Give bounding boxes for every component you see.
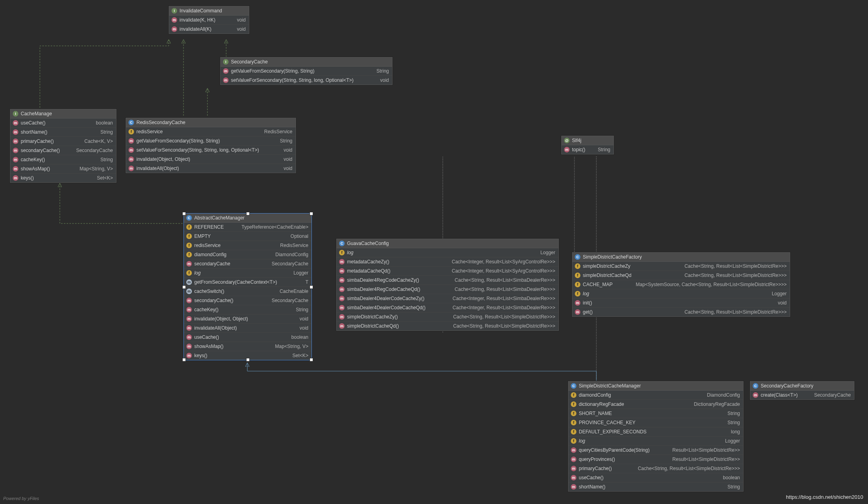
- uml-simple-district-cache-factory[interactable]: C SimpleDistrictCacheFactory fsimpleDist…: [572, 252, 790, 317]
- member-row[interactable]: flogLogger: [184, 268, 312, 277]
- uml-abstract-cache-manager[interactable]: C AbstractCacheManager fREFERENCETypeRef…: [183, 213, 312, 360]
- interface-icon: I: [172, 8, 177, 14]
- member-row[interactable]: msetValueForSencondary(String, String, l…: [126, 145, 296, 154]
- member-row[interactable]: fCACHE_MAPMap<SystemSource, Cache<String…: [572, 280, 790, 289]
- member-row[interactable]: fdiamondConfigDiamondConfig: [568, 391, 743, 399]
- member-row[interactable]: mget()Cache<String, Result<List<SimpleDi…: [572, 307, 790, 316]
- member-type: void: [284, 147, 292, 153]
- method-icon: m: [13, 157, 18, 162]
- member-row[interactable]: minvalidateAll(Object)void: [126, 164, 296, 173]
- member-name: redisService: [194, 243, 278, 248]
- member-row[interactable]: msecondaryCacheSecondaryCache: [184, 259, 312, 268]
- uml-secondary-cache-factory[interactable]: C SecondaryCacheFactory mcreate(Class<T>…: [750, 381, 854, 400]
- member-row[interactable]: fEMPTYOptional: [184, 231, 312, 241]
- member-row[interactable]: mshortName()String: [10, 127, 116, 136]
- member-row[interactable]: mshowAsMap()Map<String, V>: [10, 164, 116, 173]
- member-row[interactable]: mtopic()String: [562, 145, 614, 154]
- method-icon: m: [339, 314, 345, 320]
- member-row[interactable]: mkeys()Set<K>: [10, 173, 116, 182]
- member-row[interactable]: fsimpleDistrictCacheZyCache<String, Resu…: [572, 262, 790, 271]
- member-row[interactable]: minvalidate(K, HK)void: [169, 16, 249, 24]
- member-row[interactable]: fredisServiceRedisService: [126, 127, 296, 136]
- member-row[interactable]: mqueryProvinces()Result<List<SimpleDistr…: [568, 455, 743, 464]
- member-row[interactable]: mcacheSwitch()CacheEnable: [184, 287, 312, 296]
- member-row[interactable]: mmetadataCacheZy()Cache<Integer, Result<…: [337, 257, 558, 266]
- selection-handle[interactable]: [310, 285, 313, 289]
- member-name: simpleDistrictCacheZy(): [347, 314, 451, 320]
- member-row[interactable]: mprimaryCache()Cache<String, Result<List…: [568, 464, 743, 473]
- member-row[interactable]: minvalidateAll(K)void: [169, 24, 249, 34]
- member-name: simbaDealer4DealerCodeCacheQd(): [347, 305, 450, 310]
- member-row[interactable]: minvalidateAll(Object)void: [184, 323, 312, 332]
- member-row[interactable]: mcreate(Class<T>)SecondaryCache: [750, 391, 854, 399]
- member-row[interactable]: msetValueForSencondary(String, String, l…: [221, 75, 392, 85]
- method-icon: m: [13, 138, 18, 144]
- member-row[interactable]: museCache()boolean: [568, 473, 743, 482]
- member-row[interactable]: flogLogger: [337, 248, 558, 257]
- member-type: void: [284, 166, 292, 171]
- member-row[interactable]: msecondaryCache()SecondaryCache: [184, 296, 312, 305]
- method-icon: m: [339, 296, 345, 301]
- uml-cache-manage[interactable]: I CacheManage museCache()booleanmshortNa…: [10, 109, 116, 183]
- member-row[interactable]: fSHORT_NAMEString: [568, 409, 743, 418]
- member-row[interactable]: fREFERENCETypeReference<CacheEnable>: [184, 223, 312, 231]
- member-row[interactable]: msimpleDistrictCacheQd()Cache<String, Re…: [337, 321, 558, 330]
- selection-handle[interactable]: [310, 212, 313, 215]
- member-row[interactable]: msimbaDealer4DealerCodeCacheQd()Cache<In…: [337, 303, 558, 312]
- member-row[interactable]: fdiamondConfigDiamondConfig: [184, 250, 312, 259]
- member-row[interactable]: flogLogger: [568, 436, 743, 445]
- member-row[interactable]: fsimpleDistrictCacheQdCache<String, Resu…: [572, 271, 790, 280]
- member-row[interactable]: museCache()boolean: [184, 332, 312, 342]
- member-name: simbaDealer4RegCodeCacheZy(): [347, 277, 452, 283]
- member-name: getValueFromSecondary(String, String): [136, 138, 278, 144]
- member-row[interactable]: minvalidate(Object, Object)void: [126, 154, 296, 164]
- class-icon: C: [186, 215, 192, 221]
- member-row[interactable]: mcacheKey()String: [10, 155, 116, 164]
- member-row[interactable]: msimpleDistrictCacheZy()Cache<String, Re…: [337, 312, 558, 321]
- member-row[interactable]: museCache()boolean: [10, 119, 116, 127]
- member-type: Optional: [290, 233, 308, 239]
- member-row[interactable]: minit()void: [572, 298, 790, 307]
- selection-handle[interactable]: [246, 358, 250, 362]
- member-row[interactable]: mqueryCitiesByParentCode(String)Result<L…: [568, 445, 743, 455]
- class-title: C GuavaCacheConfig: [337, 239, 558, 248]
- uml-slf4j[interactable]: @ Slf4j mtopic()String: [561, 136, 614, 154]
- member-row[interactable]: minvalidate(Object, Object)void: [184, 314, 312, 323]
- selection-handle[interactable]: [246, 212, 250, 215]
- member-row[interactable]: fdictionaryRegFacadeDictionaryRegFacade: [568, 399, 743, 409]
- member-row[interactable]: mgetFromSecondary(CacheContext<T>)T: [184, 277, 312, 287]
- selection-handle[interactable]: [182, 358, 186, 362]
- member-row[interactable]: msimbaDealer4RegCodeCacheQd()Cache<Strin…: [337, 285, 558, 294]
- member-row[interactable]: msimbaDealer4DealerCodeCacheZy()Cache<In…: [337, 294, 558, 303]
- member-row[interactable]: mcacheKey()String: [184, 305, 312, 314]
- selection-handle[interactable]: [182, 212, 186, 215]
- member-row[interactable]: msimbaDealer4RegCodeCacheZy()Cache<Strin…: [337, 275, 558, 285]
- member-row[interactable]: mshowAsMap()Map<String, V>: [184, 342, 312, 351]
- member-type: Logger: [725, 438, 740, 444]
- selection-handle[interactable]: [182, 285, 186, 289]
- uml-redis-secondary-cache[interactable]: C RedisSecondaryCache fredisServiceRedis…: [126, 118, 296, 173]
- uml-guava-cache-config[interactable]: C GuavaCacheConfig flogLoggermmetadataCa…: [336, 239, 559, 331]
- member-row[interactable]: fPROVINCE_CACHE_KEYString: [568, 418, 743, 427]
- member-row[interactable]: fredisServiceRedisService: [184, 241, 312, 250]
- member-name: invalidate(Object, Object): [136, 156, 281, 162]
- uml-secondary-cache[interactable]: I SecondaryCache mgetValueFromSecondary(…: [220, 57, 393, 85]
- member-name: secondaryCache(): [194, 298, 269, 303]
- uml-invalidate-command[interactable]: I InvalidateCommand minvalidate(K, HK)vo…: [169, 6, 249, 34]
- member-type: Result<List<SimpleDistrictRe>>: [673, 447, 740, 453]
- member-row[interactable]: mgetValueFromSecondary(String, String)St…: [221, 67, 392, 75]
- member-row[interactable]: flogLogger: [572, 289, 790, 298]
- interface-icon: I: [223, 59, 229, 65]
- member-row[interactable]: mprimaryCache()Cache<K, V>: [10, 136, 116, 146]
- title-text: AbstractCacheManager: [194, 215, 245, 221]
- member-row[interactable]: fDEFAULT_EXPIRE_SECONDSlong: [568, 427, 743, 436]
- member-row[interactable]: mshortName()String: [568, 482, 743, 491]
- selection-handle[interactable]: [310, 358, 313, 362]
- lock-icon: f: [186, 270, 192, 276]
- member-name: EMPTY: [194, 233, 288, 239]
- member-row[interactable]: mgetValueFromSecondary(String, String)St…: [126, 136, 296, 145]
- member-row[interactable]: mmetadataCacheQd()Cache<Integer, Result<…: [337, 266, 558, 275]
- interface-icon: I: [13, 111, 18, 117]
- uml-simple-district-cache-manager[interactable]: C SimpleDistrictCacheManager fdiamondCon…: [568, 381, 744, 492]
- member-row[interactable]: msecondaryCache()SecondaryCache: [10, 146, 116, 155]
